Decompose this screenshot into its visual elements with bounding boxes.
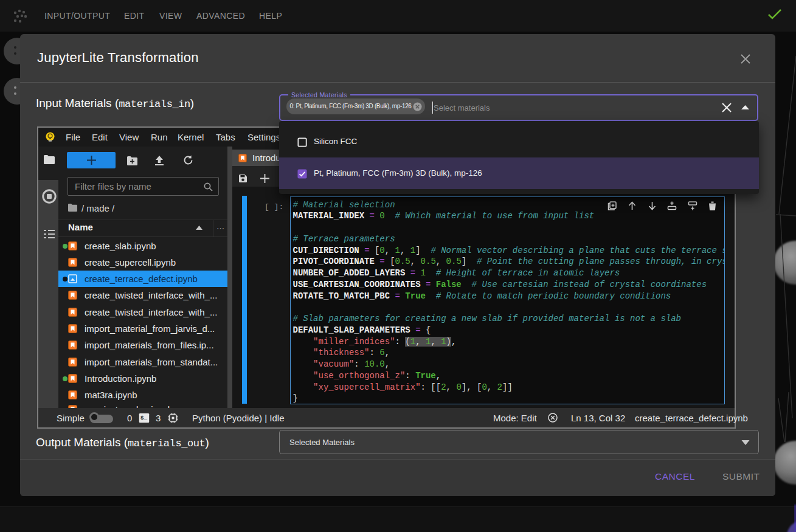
svg-text:$_: $_ xyxy=(140,415,147,421)
